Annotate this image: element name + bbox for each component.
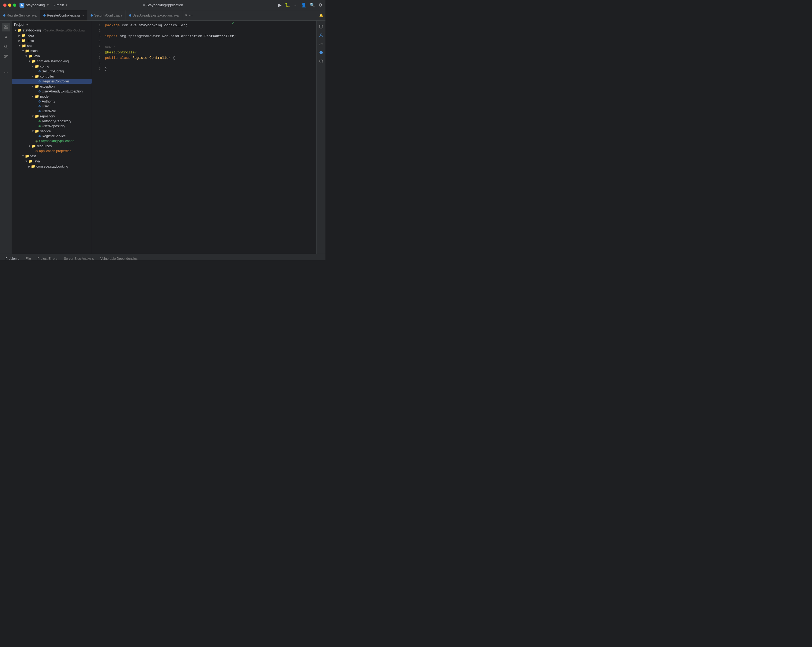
maximize-button[interactable] — [13, 3, 16, 7]
tree-exception[interactable]: ▼ 📁 exception — [12, 84, 92, 89]
bottom-tab-file-label: File — [26, 257, 31, 261]
tree-src[interactable]: ▼ 📁 src — [12, 43, 92, 48]
tree-controller[interactable]: ▼ 📁 controller — [12, 74, 92, 79]
tab-bar: RegisterService.java RegisterController.… — [0, 10, 325, 21]
editor-settings-icon[interactable]: 🔔 — [319, 14, 323, 17]
tab-dot — [3, 14, 5, 17]
line-num-4: 4 — [92, 39, 101, 44]
bottom-tab-project-errors[interactable]: Project Errors — [34, 254, 61, 261]
tree-model[interactable]: ▼ 📁 model — [12, 94, 92, 99]
tab-registerservice[interactable]: RegisterService.java — [0, 10, 40, 21]
tree-userrole[interactable]: © UserRole — [12, 109, 92, 114]
account-icon[interactable]: 👤 — [301, 2, 307, 8]
tree-test-java[interactable]: ▼ 📁 java — [12, 159, 92, 164]
tab-useralreadyexist[interactable]: UserAlreadyExistException.java — [126, 10, 182, 21]
sidebar-icon-commit[interactable] — [2, 32, 10, 41]
project-dropdown-icon: ▼ — [46, 3, 49, 6]
tree-resources-label: resources — [37, 144, 52, 148]
tree-test[interactable]: ▼ 📁 test — [12, 154, 92, 159]
line-num-1: 1 — [92, 23, 101, 28]
right-sidebar-db-icon[interactable] — [317, 23, 325, 31]
tree-appprops[interactable]: ⚙ application.properties — [12, 149, 92, 154]
minimize-button[interactable] — [8, 3, 11, 7]
settings-icon[interactable]: ⚙ — [318, 2, 322, 8]
close-button[interactable] — [3, 3, 6, 7]
tree-repository[interactable]: ▼ 📁 repository — [12, 114, 92, 119]
tree-user[interactable]: © User — [12, 104, 92, 109]
svg-rect-3 — [6, 27, 8, 29]
file-tree: Project ▼ ▼ 📁 staybooking ~/Desktop/Proj… — [12, 21, 92, 254]
tree-config[interactable]: ▼ 📁 config — [12, 64, 92, 69]
bottom-tab-file[interactable]: File — [23, 254, 34, 261]
tree-idea[interactable]: ▶ 📁 .idea — [12, 33, 92, 38]
tab-label: RegisterController.java — [47, 14, 80, 17]
tree-staybookingapp[interactable]: ◉ StaybookingApplication — [12, 139, 92, 143]
sidebar-icon-search[interactable] — [2, 42, 10, 51]
editor-check-icon: ✓ — [232, 21, 234, 26]
sidebar-icon-project[interactable] — [2, 23, 10, 32]
tree-test-com-label: com.eve.staybooking — [36, 165, 68, 168]
more-button[interactable]: ⋯ — [293, 2, 298, 8]
tab-close-icon[interactable]: × — [82, 14, 84, 17]
tree-java[interactable]: ▼ 📁 java — [12, 53, 92, 59]
debug-button[interactable]: 🐛 — [285, 2, 290, 8]
right-sidebar-face-icon[interactable] — [317, 58, 325, 65]
sidebar-icon-git[interactable] — [2, 52, 10, 61]
tree-root[interactable]: ▼ 📁 staybooking ~/Desktop/Projects/StayB… — [12, 27, 92, 33]
tree-mvn-label: .mvn — [27, 39, 34, 43]
search-icon[interactable]: 🔍 — [310, 2, 315, 8]
svg-rect-0 — [4, 26, 6, 27]
project-header[interactable]: Project ▼ — [12, 22, 92, 27]
tree-authorityrepo[interactable]: © AuthorityRepository — [12, 119, 92, 124]
sidebar-icon-more[interactable]: ⋯ — [2, 68, 10, 77]
svg-point-16 — [321, 61, 322, 61]
svg-point-7 — [5, 45, 6, 47]
tab-registercontroller[interactable]: RegisterController.java × — [40, 10, 87, 21]
tree-com-package-label: com.eve.staybooking — [37, 60, 69, 63]
tab-more-icon: ⋯ — [189, 13, 192, 17]
bottom-tab-server-analysis[interactable]: Server-Side Analysis — [61, 254, 97, 261]
sidebar-icons: ⋯ — [0, 21, 12, 254]
tree-resources[interactable]: ▼ 📁 resources — [12, 143, 92, 149]
right-sidebar-people-icon[interactable] — [317, 32, 325, 39]
bottom-tab-problems[interactable]: Problems — [2, 254, 23, 261]
tree-useralreadyexist[interactable]: © UserAlreadyExistException — [12, 89, 92, 94]
tree-mvn[interactable]: ▶ 📁 .mvn — [12, 38, 92, 43]
tree-authority[interactable]: © Authority — [12, 99, 92, 104]
tree-userrepo[interactable]: © UserRepository — [12, 124, 92, 128]
branch-selector[interactable]: ⑂ main ▼ — [53, 3, 68, 7]
bottom-tab-vulnerable[interactable]: Vulnerable Dependencies — [97, 254, 141, 261]
tab-overflow-button[interactable]: ▼ ⋯ — [182, 13, 195, 17]
tree-service-label: service — [40, 129, 51, 133]
tab-dot — [91, 14, 93, 17]
svg-rect-2 — [4, 27, 6, 29]
run-button[interactable]: ▶ — [278, 2, 281, 8]
tree-service[interactable]: ▼ 📁 service — [12, 128, 92, 134]
tree-registercontroller-label: RegisterController — [42, 79, 69, 83]
tree-securityconfig[interactable]: © SecurityConfig — [12, 69, 92, 74]
tree-registerservice[interactable]: © RegisterService — [12, 134, 92, 139]
bottom-tab-vulnerable-label: Vulnerable Dependencies — [100, 257, 137, 261]
titlebar: S staybooking ▼ ⑂ main ▼ ⊕ StaybookingAp… — [0, 0, 325, 10]
code-editor[interactable]: 1 2 3 4 5 6 7 8 9 package com.eve.staybo… — [92, 21, 316, 254]
tree-main[interactable]: ▼ 📁 main — [12, 48, 92, 53]
run-config-icon: ⊕ — [142, 3, 145, 7]
tree-registercontroller[interactable]: © RegisterController — [12, 79, 92, 84]
tree-securityconfig-label: SecurityConfig — [42, 69, 64, 73]
line-num-6: 6 — [92, 50, 101, 55]
tree-test-com[interactable]: ▶ 📁 com.eve.staybooking — [12, 164, 92, 169]
traffic-lights — [3, 3, 16, 7]
project-selector[interactable]: S staybooking ▼ — [20, 3, 49, 8]
tree-controller-label: controller — [40, 75, 54, 78]
right-sidebar-m-icon[interactable]: m — [317, 40, 325, 48]
svg-point-10 — [6, 55, 8, 56]
tab-securityconfig[interactable]: SecurityConfig.java — [87, 10, 125, 21]
app-run-config: ⊕ StaybookingApplication — [142, 3, 183, 7]
code-line-8: } — [105, 66, 236, 72]
tree-registerservice-label: RegisterService — [42, 134, 66, 138]
tree-com-package[interactable]: ▼ 📁 com.eve.staybooking — [12, 59, 92, 64]
gutter-eye-icon: 👁 — [103, 55, 103, 61]
tree-main-label: main — [31, 49, 38, 53]
right-sidebar-blue-circle[interactable] — [317, 49, 325, 56]
line-num-5: 5 — [92, 44, 101, 50]
